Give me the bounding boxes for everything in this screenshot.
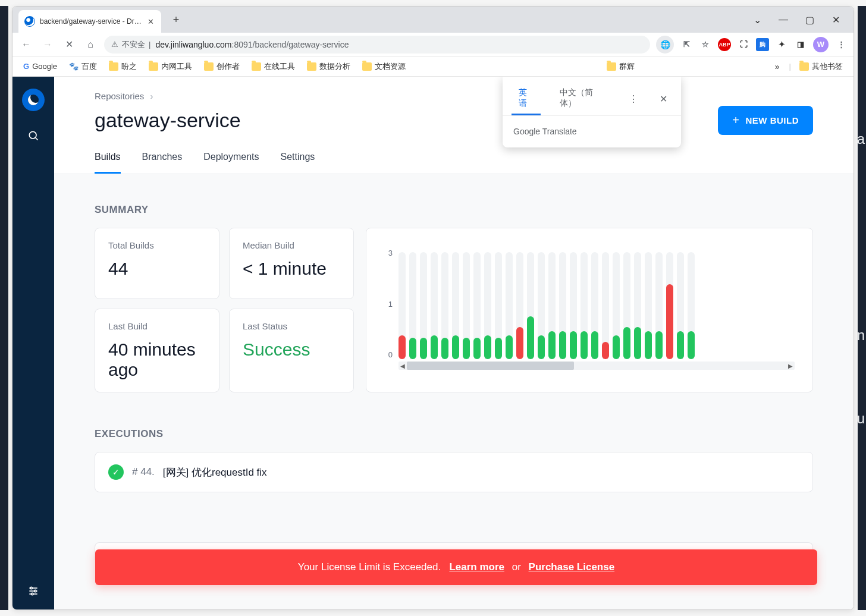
chart-scrollbar[interactable]: ◀ ▶: [399, 362, 795, 370]
bookmarks-overflow-icon[interactable]: »: [770, 62, 785, 71]
chart-bar[interactable]: [570, 252, 577, 359]
last-build-value: 40 minutes ago: [108, 340, 206, 380]
translate-menu-icon[interactable]: ⋮: [624, 91, 643, 107]
other-bookmarks-folder[interactable]: 其他书签: [796, 59, 846, 74]
stop-button[interactable]: ✕: [61, 37, 77, 52]
chevron-right-icon: ›: [150, 91, 153, 101]
executions-heading: EXECUTIONS: [95, 428, 813, 440]
chart-bar[interactable]: [506, 252, 513, 359]
bookmark-folder-online-tools[interactable]: 在线工具: [248, 59, 299, 74]
tab-deployments[interactable]: Deployments: [203, 152, 259, 174]
tab-branches[interactable]: Branches: [142, 152, 183, 174]
chevron-down-icon[interactable]: ⌄: [749, 11, 765, 28]
forward-button[interactable]: →: [40, 37, 55, 52]
bookmark-baidu[interactable]: 百度: [65, 59, 101, 74]
chart-bar[interactable]: [548, 252, 556, 359]
purchase-license-link[interactable]: Purchase License: [529, 561, 615, 573]
chart-bar[interactable]: [677, 252, 684, 359]
translate-close-icon[interactable]: ✕: [655, 92, 672, 106]
chart-bar[interactable]: [495, 252, 502, 359]
tab-close-icon[interactable]: ✕: [146, 17, 155, 26]
chart-bar[interactable]: [420, 252, 427, 359]
bookmark-folder-data-analysis[interactable]: 数据分析: [303, 59, 354, 74]
settings-sliders-icon[interactable]: [27, 584, 40, 598]
chart-bar[interactable]: [484, 252, 491, 359]
search-icon[interactable]: [27, 129, 40, 142]
chart-bar[interactable]: [655, 252, 663, 359]
chart-bar[interactable]: [527, 252, 534, 359]
svg-point-6: [34, 590, 36, 592]
total-builds-card: Total Builds 44: [95, 228, 219, 299]
bookmark-folder-qunhui[interactable]: 群辉: [603, 59, 638, 74]
new-build-button[interactable]: + NEW BUILD: [718, 106, 813, 135]
tab-settings[interactable]: Settings: [281, 152, 315, 174]
chart-bar[interactable]: [634, 252, 641, 359]
profile-avatar[interactable]: W: [813, 37, 829, 52]
execution-item[interactable]: ✓ # 44. [网关] 优化requestId fix: [95, 452, 813, 492]
summary-heading: SUMMARY: [95, 204, 813, 216]
page-header: Repositories › gateway-service + NEW BUI…: [54, 77, 854, 174]
learn-more-link[interactable]: Learn more: [449, 561, 504, 573]
median-build-label: Median Build: [243, 240, 340, 250]
address-bar: ← → ✕ ⌂ ⚠ 不安全 | dev.jinliwangluo.com:809…: [12, 33, 854, 56]
chart-bar[interactable]: [441, 252, 448, 359]
bookmark-folder-panzi[interactable]: 盼之: [105, 59, 140, 74]
chrome-menu-icon[interactable]: ⋮: [834, 38, 848, 51]
chart-bar[interactable]: [452, 252, 459, 359]
back-button[interactable]: ←: [18, 37, 34, 52]
chart-bar[interactable]: [399, 252, 406, 359]
tabs-nav: Builds Branches Deployments Settings: [95, 152, 813, 174]
builds-chart: 3 1 0 ◀ ▶: [366, 228, 813, 392]
median-build-card: Median Build < 1 minute: [229, 228, 354, 299]
home-button[interactable]: ⌂: [83, 37, 98, 52]
chart-bar[interactable]: [559, 252, 566, 359]
chart-bar[interactable]: [613, 252, 620, 359]
share-icon[interactable]: ⇱: [680, 38, 693, 51]
breadcrumb-repositories[interactable]: Repositories: [95, 91, 144, 101]
extensions-puzzle-icon[interactable]: ✦: [775, 38, 788, 51]
url-input[interactable]: ⚠ 不安全 | dev.jinliwangluo.com:8091/backen…: [104, 36, 650, 54]
translate-icon[interactable]: 🌐: [656, 36, 674, 54]
last-status-card: Last Status Success: [229, 309, 354, 392]
drone-logo-icon[interactable]: [22, 89, 45, 111]
bookmark-google[interactable]: GGoogle: [20, 59, 61, 73]
chart-bar[interactable]: [463, 252, 470, 359]
bookmark-folder-creator[interactable]: 创作者: [200, 59, 243, 74]
browser-tab[interactable]: backend/gateway-service - Dr… ✕: [18, 10, 161, 33]
bookmark-folder-internal[interactable]: 内网工具: [145, 59, 196, 74]
scroll-thumb[interactable]: [407, 362, 574, 370]
last-build-card: Last Build 40 minutes ago: [95, 309, 219, 392]
scroll-right-icon[interactable]: ▶: [786, 362, 795, 370]
license-text: Your License Limit is Exceeded.: [298, 561, 441, 573]
new-tab-button[interactable]: +: [167, 11, 185, 29]
sidepanel-icon[interactable]: ◨: [794, 38, 807, 51]
extension-icon-2[interactable]: 购: [756, 38, 769, 51]
browser-window: backend/gateway-service - Dr… ✕ + ⌄ — ▢ …: [12, 6, 854, 610]
svg-line-1: [36, 138, 38, 140]
chart-bar[interactable]: [473, 252, 481, 359]
chart-bar[interactable]: [538, 252, 545, 359]
star-icon[interactable]: ☆: [699, 38, 712, 51]
abp-extension-icon[interactable]: ABP: [718, 38, 731, 51]
scroll-left-icon[interactable]: ◀: [399, 362, 407, 370]
chart-bar[interactable]: [581, 252, 588, 359]
chart-bar[interactable]: [409, 252, 416, 359]
translate-tab-english[interactable]: 英语: [512, 83, 541, 115]
chart-bar[interactable]: [602, 252, 609, 359]
total-builds-label: Total Builds: [108, 240, 206, 250]
minimize-icon[interactable]: —: [775, 11, 792, 28]
chart-bar[interactable]: [516, 252, 523, 359]
close-icon[interactable]: ✕: [827, 11, 844, 28]
bookmark-folder-docs[interactable]: 文档资源: [359, 59, 409, 74]
chart-bar[interactable]: [591, 252, 598, 359]
extension-icon-1[interactable]: ⛶: [737, 38, 750, 51]
maximize-icon[interactable]: ▢: [801, 11, 818, 28]
tab-builds[interactable]: Builds: [95, 152, 121, 174]
chart-bar[interactable]: [431, 252, 438, 359]
chart-bar[interactable]: [645, 252, 652, 359]
chart-bar[interactable]: [666, 252, 673, 359]
chart-bar[interactable]: [623, 252, 630, 359]
chart-bar[interactable]: [688, 252, 695, 359]
last-status-value: Success: [243, 340, 340, 360]
translate-tab-chinese[interactable]: 中文（简体）: [553, 83, 612, 115]
